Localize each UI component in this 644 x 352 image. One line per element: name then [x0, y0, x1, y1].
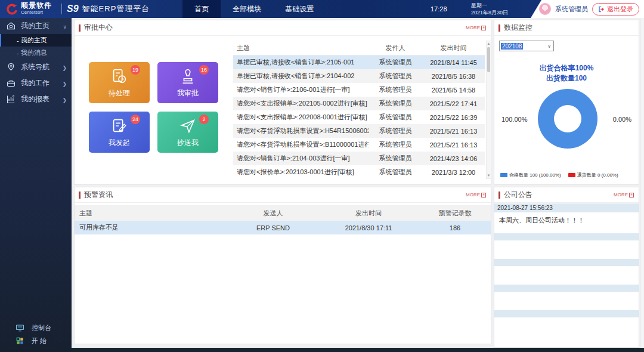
chevron-down-icon [63, 22, 67, 30]
period-select[interactable]: 202108 ∨ [499, 41, 554, 51]
table-row[interactable]: 请您对<销售订单>:2104-003进行[一审] 系统管理员 2021/4/23… [233, 152, 485, 165]
panel-title: 数据监控 [504, 23, 532, 33]
table-row[interactable]: 单据已审核,请接收<销售订单>:2105-001 系统管理员 2021/8/14… [233, 55, 485, 69]
main-nav: 首页 全部模块 基础设置 [182, 0, 326, 18]
legend-item-pass: 合格数量 100 (100.00%) [500, 172, 561, 178]
date-block: 星期一 2021年8月30日 [471, 2, 508, 16]
nav-tab-basic-settings[interactable]: 基础设置 [273, 0, 326, 18]
more-label: MORE [614, 192, 628, 197]
col-time: 发出时间 [318, 209, 419, 218]
more-button[interactable]: MORE + [614, 192, 634, 197]
table-row[interactable]: 请您对<报价单>:202103-0001进行[审核] 系统管理员 2021/3/… [233, 165, 485, 179]
sidebar-group-my-home[interactable]: 我的主页 [0, 18, 72, 34]
user-avatar[interactable] [539, 3, 551, 15]
weekday-label: 星期一 [471, 2, 508, 9]
nav-tab-home[interactable]: 首页 [182, 0, 221, 18]
table-row[interactable]: 单据已审核,请接收<销售订单>:2104-002 系统管理员 2021/8/5 … [233, 69, 485, 83]
announcement-date[interactable]: 2021-08-27 15:56:23 [494, 203, 639, 212]
chevron-right-icon [62, 63, 67, 72]
sidebar-item-my-messages[interactable]: 我的消息 [0, 47, 72, 59]
table-scrollbar[interactable]: ▲ ▼ [486, 41, 491, 179]
more-label: MORE [466, 192, 480, 197]
tile-label: 抄送我 [157, 138, 218, 148]
alert-row[interactable]: 可用库存不足 ERP SEND 2021/8/30 17:11 186 [75, 221, 491, 234]
home-icon [6, 21, 16, 31]
cell-subject: 请您对<销售订单>:2104-003进行[一审] [233, 154, 369, 163]
tile-label: 我审批 [157, 88, 218, 98]
scroll-down-icon[interactable]: ▼ [487, 173, 491, 178]
tile-my-approvals[interactable]: 16 我审批 [157, 62, 218, 103]
report-icon [6, 94, 16, 104]
panel-title: 公司公告 [504, 190, 532, 200]
title-accent-bar [499, 192, 500, 199]
sidebar-group-my-reports[interactable]: 我的报表 [0, 91, 72, 107]
brand-name: 顺景软件 [21, 2, 52, 9]
cell-sender: 系统管理员 [369, 72, 422, 81]
sidebar-group-label: 我的工作 [21, 78, 62, 88]
sidebar-group-my-work[interactable]: 我的工作 [0, 75, 72, 91]
title-accent-bar [79, 24, 80, 32]
stamp-icon [179, 67, 197, 85]
col-subject: 主题 [233, 44, 369, 53]
announcement-empty-row [494, 310, 639, 317]
sidebar-group-system-nav[interactable]: 系统导航 [0, 59, 72, 75]
cell-sender: 系统管理员 [369, 85, 422, 94]
main-content: 审批中心 MORE + 19 待处理 [72, 18, 644, 352]
count-badge: 16 [199, 65, 209, 75]
cell-time: 2021/6/5 14:58 [422, 87, 485, 94]
compose-icon [110, 117, 128, 135]
cell-subject: 请您对<报价单>:202103-0001进行[审核] [233, 168, 369, 177]
count-badge: 24 [131, 115, 140, 124]
sidebar-item-my-home[interactable]: 我的主页 [0, 34, 72, 47]
cell-sender: 系统管理员 [369, 154, 422, 163]
logout-label: 退出登录 [607, 5, 633, 14]
table-row[interactable]: 请您对<销售订单>:2106-001进行[一审] 系统管理员 2021/6/5 … [233, 83, 485, 97]
legend-text: 退货数量 0 (0.00%) [577, 172, 618, 178]
username-label: 系统管理员 [555, 5, 588, 14]
legend-text: 合格数量 100 (100.00%) [509, 172, 561, 178]
announcement-empty-row [494, 285, 639, 292]
scroll-thumb[interactable] [487, 47, 490, 72]
col-sender: 发件人 [369, 44, 422, 53]
table-row[interactable]: 请您对<支出报销单>:202008-0001进行[审核] 系统管理员 2021/… [233, 110, 485, 124]
cell-subject: 请您对<支出报销单>:202008-0001进行[审核] [233, 113, 369, 122]
tile-label: 我发起 [89, 138, 150, 148]
table-row[interactable]: 请您对<存货浮动耗损率设置>:B11000001进行[审核] 系统管理员 202… [233, 138, 485, 152]
cell-time: 2021/4/23 14:06 [422, 155, 485, 162]
cell-subject: 请您对<支出报销单>:202105-0002进行[审核] [233, 99, 369, 108]
cell-subject: 请您对<销售订单>:2106-001进行[一审] [233, 85, 369, 94]
logout-button[interactable]: 退出登录 [592, 3, 639, 16]
announcement-content: 本周六、周日公司活动！！！ [494, 212, 639, 229]
scroll-up-icon[interactable]: ▲ [487, 41, 491, 47]
page-scrollbar[interactable] [640, 18, 644, 348]
logout-icon [598, 6, 605, 13]
chevron-right-icon [62, 95, 67, 104]
sidebar-footer: 控制台 开 始 [0, 321, 72, 347]
sidebar-group-label: 我的报表 [21, 94, 62, 104]
nav-tab-all-modules[interactable]: 全部模块 [221, 0, 273, 18]
navigation-icon [6, 62, 16, 72]
tile-pending[interactable]: 19 待处理 [89, 62, 150, 103]
bottom-dark-bar [70, 348, 644, 352]
col-time: 发出时间 [422, 44, 485, 53]
table-row[interactable]: 请您对<支出报销单>:202105-0002进行[审核] 系统管理员 2021/… [233, 97, 485, 110]
panel-header: 预警资讯 MORE + [75, 187, 491, 203]
tile-cc-to-me[interactable]: 2 抄送我 [157, 112, 218, 153]
col-record-count: 预警记录数 [419, 209, 491, 218]
cell-time: 2021/5/21 16:13 [422, 128, 485, 135]
more-button[interactable]: MORE + [466, 192, 486, 197]
more-icon: + [481, 193, 486, 197]
table-row[interactable]: 请您对<存货浮动耗损率设置>:H54R15006002进行[审核] 系统管理员 … [233, 124, 485, 138]
count-badge: 2 [199, 115, 209, 124]
cell-sender: 系统管理员 [369, 126, 422, 135]
more-icon: + [629, 193, 634, 197]
more-button[interactable]: MORE + [466, 25, 486, 30]
cell-subject: 请您对<存货浮动耗损率设置>:B11000001进行[审核] [233, 140, 369, 149]
cell-time: 2021/8/5 16:38 [422, 73, 485, 80]
cell-time: 2021/8/30 17:11 [318, 224, 419, 231]
sidebar-group-label: 系统导航 [21, 62, 62, 72]
console-button[interactable]: 控制台 [0, 321, 72, 334]
send-icon [179, 117, 197, 135]
start-button[interactable]: 开 始 [0, 334, 72, 347]
tile-initiated-by-me[interactable]: 24 我发起 [89, 112, 150, 153]
